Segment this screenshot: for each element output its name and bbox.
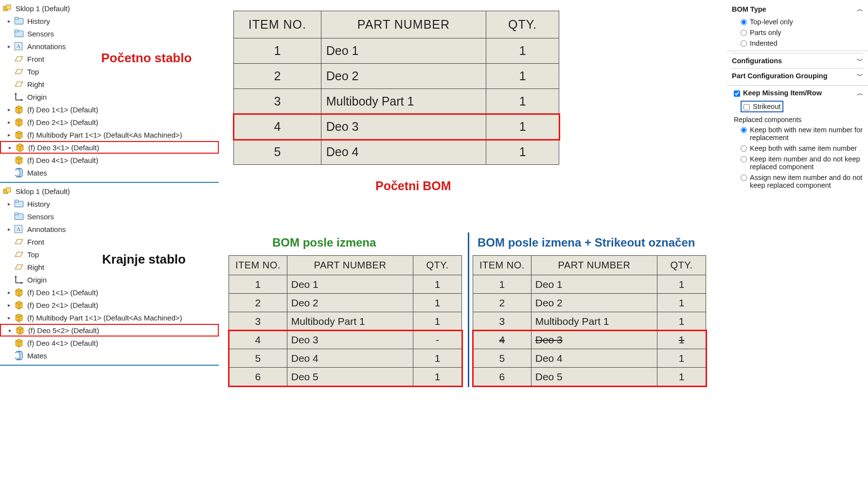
bom-cell-part: Deo 1 (321, 38, 486, 64)
bom-cell-qty: 1 (413, 275, 462, 294)
bom-row[interactable]: 1 Deo 1 1 (229, 275, 462, 294)
chevron-down-icon: ﹀ (857, 71, 863, 80)
tree-item-label: Front (27, 238, 44, 246)
tree-item[interactable]: Origin (0, 273, 219, 286)
plane-icon (14, 262, 24, 272)
tree-item-label: (f) Multibody Part 1<1> (Default<As Mach… (27, 131, 182, 139)
radio-option[interactable]: Indented (732, 38, 863, 49)
section-part-config-grouping[interactable]: Part Configuration Grouping ﹀ (732, 68, 863, 83)
tree-item[interactable]: ▸ (f) Multibody Part 1<1> (Default<As Ma… (0, 311, 219, 324)
tree-item[interactable]: ▸ History (0, 15, 219, 27)
strikeout-highlight-box: Strikeout (741, 101, 783, 112)
tree-item[interactable]: ▸ A Annotations (0, 223, 219, 235)
keep-missing-checkbox[interactable] (734, 90, 740, 97)
bom-row[interactable]: 5 Deo 4 1 (229, 349, 462, 368)
expand-icon[interactable]: ▸ (7, 289, 12, 296)
tree-item[interactable]: Sensors (0, 27, 219, 40)
radio-option[interactable]: Parts only (732, 27, 863, 38)
svg-rect-38 (15, 200, 18, 202)
bom-row[interactable]: 6 Deo 5 1 (229, 368, 462, 386)
bom-row[interactable]: 5 Deo 4 1 (473, 349, 706, 368)
tree-item[interactable]: (f) Deo 4<1> (Default) (0, 154, 219, 166)
radio-input[interactable] (741, 175, 747, 181)
tree-item[interactable]: ▸ (f) Deo 5<2> (Default) (0, 324, 219, 337)
tree-item[interactable]: ▸ (f) Deo 2<1> (Default) (0, 116, 219, 128)
tree-item[interactable]: ▸ (f) Deo 2<1> (Default) (0, 299, 219, 311)
radio-input[interactable] (741, 19, 747, 25)
section-configurations[interactable]: Configurations ﹀ (732, 53, 863, 68)
expand-icon[interactable]: ▸ (7, 201, 12, 207)
strikeout-checkbox[interactable] (744, 104, 750, 110)
tree-root[interactable]: Sklop 1 (Default) (0, 2, 219, 15)
tree-item-label: Right (27, 263, 44, 271)
bom-row[interactable]: 4 Deo 3 - (229, 331, 462, 349)
plane-icon (14, 66, 24, 77)
radio-option[interactable]: Top-level only (732, 17, 863, 27)
bom-cell-qty: 1 (413, 312, 462, 331)
expand-icon[interactable]: ▸ (7, 18, 12, 24)
svg-marker-48 (15, 275, 17, 277)
section-keep-missing[interactable]: Keep Missing Item/Row ︿ (732, 88, 863, 99)
radio-input[interactable] (741, 156, 747, 162)
tree-item[interactable]: Top (0, 65, 219, 78)
part-icon (15, 142, 25, 153)
tree-item[interactable]: Front (0, 235, 219, 248)
bom-row[interactable]: 5 Deo 4 1 (234, 140, 559, 165)
plane-icon (14, 53, 24, 64)
tree-item[interactable]: ▸ (f) Multibody Part 1<1> (Default<As Ma… (0, 128, 219, 141)
bom-property-panel: BOM Type ︿ Top-level only Parts only Ind… (727, 0, 868, 191)
tree-item[interactable]: Right (0, 78, 219, 90)
expand-icon[interactable]: ▸ (7, 43, 12, 50)
radio-option[interactable]: Keep both with new item number for repla… (732, 124, 863, 143)
bom-row[interactable]: 1 Deo 1 1 (473, 275, 706, 294)
expand-icon[interactable]: ▸ (8, 144, 13, 151)
bom-col-header: ITEM NO. (473, 256, 531, 275)
bom-cell-qty: 1 (486, 89, 559, 114)
expand-icon[interactable]: ▸ (7, 132, 12, 138)
bom-row[interactable]: 2 Deo 2 1 (473, 294, 706, 312)
bom-cell-itemno: 6 (473, 368, 531, 386)
bom-cell-qty: 1 (486, 38, 559, 64)
svg-marker-44 (15, 252, 22, 257)
plane-icon (14, 79, 24, 89)
expand-icon[interactable]: ▸ (7, 315, 12, 321)
bom-cell-qty: 1 (657, 331, 706, 349)
expand-icon[interactable]: ▸ (7, 226, 12, 232)
tree-item[interactable]: ▸ (f) Deo 1<1> (Default) (0, 286, 219, 299)
bom-row[interactable]: 3 Multibody Part 1 1 (473, 312, 706, 331)
bom-row[interactable]: 6 Deo 5 1 (473, 368, 706, 386)
tree-item-label: Front (27, 55, 44, 63)
bom-row[interactable]: 3 Multibody Part 1 1 (229, 312, 462, 331)
bom-cell-itemno: 4 (234, 114, 321, 140)
tree-item[interactable]: ▸ (f) Deo 3<1> (Default) (0, 141, 219, 154)
tree-root[interactable]: Sklop 1 (Default) (0, 185, 219, 197)
radio-option[interactable]: Keep both with same item number (732, 143, 863, 154)
expand-icon[interactable]: ▸ (7, 302, 12, 308)
tree-item[interactable]: Sensors (0, 210, 219, 223)
svg-marker-8 (15, 57, 22, 61)
section-bom-type-label: BOM Type (732, 5, 766, 13)
radio-input[interactable] (741, 40, 747, 47)
tree-item[interactable]: Mates (0, 166, 219, 179)
radio-option[interactable]: Keep item number and do not keep replace… (732, 154, 863, 172)
tree-item[interactable]: Origin (0, 90, 219, 103)
tree-item[interactable]: Mates (0, 349, 219, 362)
expand-icon[interactable]: ▸ (8, 327, 13, 334)
radio-input[interactable] (741, 145, 747, 152)
section-bom-type[interactable]: BOM Type ︿ (732, 2, 863, 17)
bom-row[interactable]: 1 Deo 1 1 (234, 38, 559, 64)
bom-row[interactable]: 4 Deo 3 1 (473, 331, 706, 349)
tree-item[interactable]: ▸ History (0, 197, 219, 210)
expand-icon[interactable]: ▸ (7, 106, 12, 113)
tree-item[interactable]: (f) Deo 4<1> (Default) (0, 337, 219, 349)
radio-input[interactable] (741, 30, 747, 36)
radio-input[interactable] (741, 127, 747, 133)
expand-icon[interactable]: ▸ (7, 119, 12, 125)
tree-item[interactable]: ▸ (f) Deo 1<1> (Default) (0, 103, 219, 116)
bom-row[interactable]: 4 Deo 3 1 (234, 114, 559, 140)
bom-row[interactable]: 2 Deo 2 1 (229, 294, 462, 312)
chevron-up-icon: ︿ (857, 89, 863, 98)
bom-row[interactable]: 2 Deo 2 1 (234, 64, 559, 89)
bom-row[interactable]: 3 Multibody Part 1 1 (234, 89, 559, 114)
radio-option[interactable]: Assign new item number and do not keep r… (732, 172, 863, 191)
